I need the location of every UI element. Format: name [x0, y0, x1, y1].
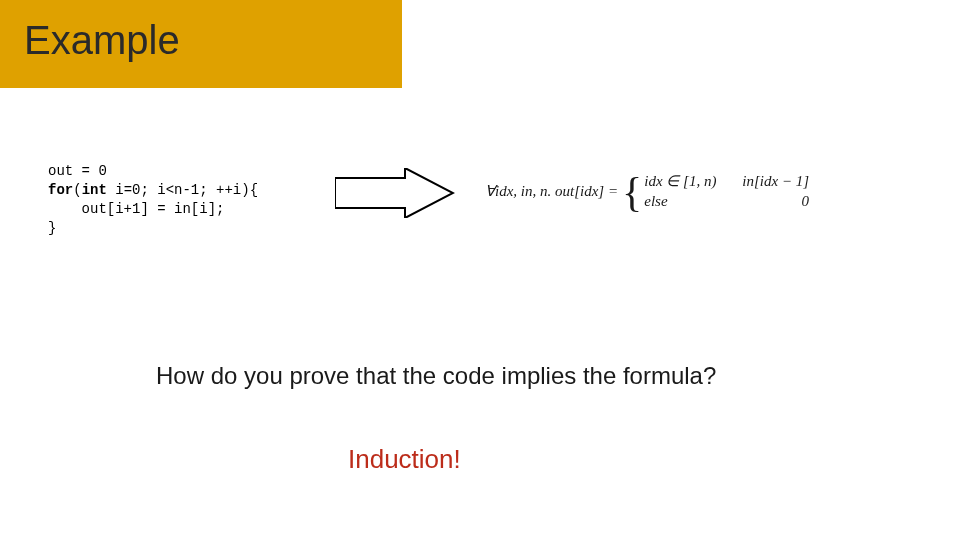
case-row-2: else 0: [644, 191, 809, 211]
formula-cases: { idx ∈ [1, n) in[idx − 1] else 0: [622, 170, 809, 212]
arrow-icon: [335, 168, 455, 218]
brace-icon: {: [622, 171, 642, 213]
case2-val: 0: [742, 191, 809, 211]
formula: ∀idx, in, n. out[idx] = { idx ∈ [1, n) i…: [485, 166, 809, 216]
answer-text: Induction!: [348, 444, 461, 475]
slide-title: Example: [24, 18, 180, 63]
code-line-2-rest: i=0; i<n-1; ++i){: [107, 182, 258, 198]
keyword-for: for: [48, 182, 73, 198]
paren-open: (: [73, 182, 81, 198]
question-text: How do you prove that the code implies t…: [156, 362, 716, 390]
keyword-int: int: [82, 182, 107, 198]
case1-val: in[idx − 1]: [742, 171, 809, 191]
formula-lead: ∀idx, in, n. out[idx] =: [485, 182, 618, 200]
code-line-4: }: [48, 220, 56, 236]
case1-cond: idx ∈ [1, n): [644, 171, 726, 191]
case2-cond: else: [644, 191, 726, 211]
code-line-3: out[i+1] = in[i];: [48, 201, 224, 217]
case-row-1: idx ∈ [1, n) in[idx − 1]: [644, 171, 809, 191]
code-block: out = 0 for(int i=0; i<n-1; ++i){ out[i+…: [48, 162, 258, 238]
code-line-1: out = 0: [48, 163, 107, 179]
svg-marker-0: [335, 168, 453, 218]
